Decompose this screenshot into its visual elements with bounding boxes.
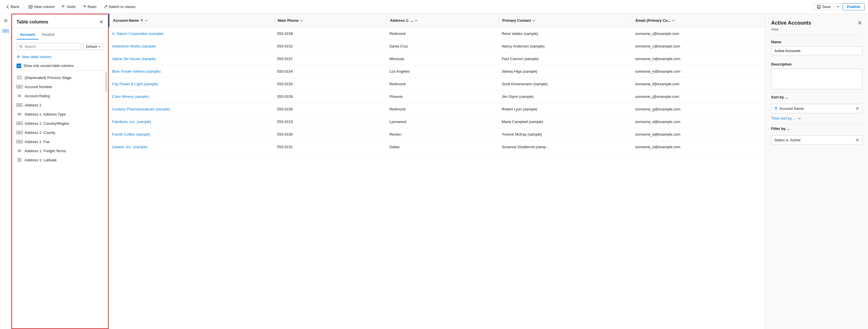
list-item[interactable]: Address 1: Freight Terms — [12, 146, 108, 155]
abc-col-icon: Abc — [17, 84, 22, 89]
sort-section: Sort by ... Account Name ✕ Then sort by … — [765, 93, 868, 124]
save-button[interactable]: Save — [814, 3, 834, 10]
filter-dropdown-icon[interactable] — [414, 19, 418, 22]
svg-rect-4 — [818, 5, 819, 6]
name-section: Name — [765, 35, 868, 57]
cell-account-name[interactable]: City Power & Light (sample) — [108, 78, 274, 90]
tab-account[interactable]: Account — [17, 30, 38, 39]
col-header-main-phone[interactable]: Main Phone — [274, 14, 387, 27]
undo-button[interactable]: Undo — [59, 3, 78, 10]
list-item[interactable]: (Deprecated) Process Stage — [12, 73, 108, 82]
panel-search — [17, 43, 81, 50]
cell-email: someone_d@example.com — [632, 116, 765, 128]
description-textarea[interactable] — [771, 68, 862, 89]
back-icon — [6, 5, 10, 9]
topbar-right: Save Publish — [814, 3, 865, 10]
cell-account-name[interactable]: A. Datum Corporation (sample) — [108, 27, 274, 40]
cell-email: someone_b@example.com — [632, 141, 765, 153]
cell-phone: 555-0157 — [274, 53, 386, 65]
cell-contact: Rene Valdes (sample) — [498, 27, 632, 40]
panel-title: Table columns — [17, 20, 48, 25]
right-panel: Active Accounts ✕ View Name Description … — [765, 14, 868, 329]
abc-button[interactable]: Abc — [1, 26, 10, 35]
tab-related[interactable]: Related — [38, 30, 58, 39]
cell-account-name[interactable]: Contoso Pharmaceuticals (sample) — [108, 103, 274, 115]
right-panel-close-button[interactable]: ✕ — [858, 20, 862, 26]
panel-close-button[interactable]: ✕ — [99, 19, 103, 25]
new-table-column-button[interactable]: New table column — [17, 54, 52, 60]
cell-contact: Sidney Higa (sample) — [498, 65, 632, 78]
cell-email: someone_a@example.com — [632, 128, 765, 140]
filter-tag-left: Status is 'Active' — [774, 138, 801, 142]
scrollbar-thumb[interactable] — [105, 72, 107, 92]
cell-address: Lynnwood — [386, 116, 498, 128]
back-button[interactable]: Back — [3, 3, 22, 10]
list-item[interactable]: Address 1: Latitude — [12, 155, 108, 165]
save-icon — [817, 5, 821, 9]
cell-address: Dallas — [386, 141, 498, 153]
name-input[interactable] — [771, 46, 862, 55]
list-item[interactable]: Abc Address 1: Fax — [12, 137, 108, 146]
list-item[interactable]: Abc Account Number — [12, 82, 108, 91]
list-item[interactable]: Account Rating — [12, 91, 108, 101]
sort-clear-button[interactable]: ✕ — [856, 106, 859, 111]
list-item[interactable]: Address 1: Address Type — [12, 110, 108, 119]
redo-button[interactable]: Redo — [80, 3, 99, 10]
then-sort-button[interactable]: Then sort by ... — [771, 115, 801, 121]
cell-account-name[interactable]: Fourth Coffee (sample) — [108, 128, 274, 140]
svg-rect-29 — [20, 160, 21, 162]
cell-account-name[interactable]: Coho Winery (sample) — [108, 90, 274, 103]
col-header-primary-contact[interactable]: Primary Contact — [499, 14, 632, 27]
col-header-account-name[interactable]: Account Name — [108, 14, 274, 27]
table-row: Fourth Coffee (sample) 555-0150 Renton Y… — [108, 128, 765, 141]
cell-email: someone_e@example.com — [632, 65, 765, 78]
filter-dropdown-icon[interactable] — [145, 19, 148, 22]
col-header-label: Account Name — [113, 18, 139, 23]
undo-icon — [61, 5, 65, 9]
cell-address: Missoula — [386, 53, 498, 65]
cell-contact: Maria Campbell (sample) — [498, 116, 632, 128]
search-input[interactable] — [24, 44, 79, 49]
filter-dropdown-icon[interactable] — [300, 19, 303, 22]
cell-contact: Scott Konersmann (sample) — [498, 78, 632, 90]
cell-account-name[interactable]: Alpine Ski House (sample) — [108, 53, 274, 65]
checkbox-check-icon — [18, 64, 20, 67]
filter-label: Filter by ... — [771, 127, 862, 133]
cell-account-name[interactable]: Adventure Works (sample) — [108, 40, 274, 52]
cell-phone: 555-0159 — [274, 90, 386, 103]
switch-classic-button[interactable]: Switch to classic — [101, 3, 138, 10]
list-item[interactable]: Abc Address 1: County — [12, 128, 108, 137]
column-item-label: Address 1: County — [25, 131, 55, 135]
default-dropdown[interactable]: Default — [84, 43, 103, 50]
abc-col-icon: Abc — [17, 130, 22, 135]
cell-address: Redmond — [386, 27, 498, 40]
cell-address: Redmond — [386, 103, 498, 115]
cell-contact: Susanna Stubberod (samp... — [498, 141, 632, 153]
list-item[interactable]: Abc Address 1 — [12, 101, 108, 110]
col-header-label: Email (Primary Co... — [636, 18, 671, 23]
col-header-address[interactable]: Address 1: ... — [386, 14, 499, 27]
list-item[interactable]: Abc Address 1: Country/Region — [12, 119, 108, 128]
abc-icon: Abc — [2, 29, 9, 33]
col-header-email[interactable]: Email (Primary Co... — [632, 14, 765, 27]
unused-checkbox[interactable] — [17, 63, 21, 68]
save-dropdown-button[interactable] — [835, 3, 841, 10]
cell-account-name[interactable]: Litware, Inc. (sample) — [108, 141, 274, 153]
hamburger-button[interactable] — [1, 16, 10, 25]
col-header-label: Primary Contact — [502, 18, 531, 23]
right-panel-title: Active Accounts — [771, 20, 811, 26]
column-item-label: Address 1: Freight Terms — [25, 149, 66, 153]
column-item-label: Address 1 — [25, 103, 41, 107]
filter-dropdown-icon[interactable] — [532, 19, 536, 22]
cell-account-name[interactable]: Fabrikam, Inc. (sample) — [108, 116, 274, 128]
filter-clear-button[interactable]: ✕ — [856, 137, 859, 143]
right-panel-subtitle: View — [765, 27, 868, 35]
main-layout: Abc Table columns ✕ Account Related Defa… — [0, 14, 868, 329]
view-column-button[interactable]: View column — [26, 3, 57, 10]
redo-icon — [82, 5, 86, 9]
cell-phone: 555-0152 — [274, 40, 386, 52]
unused-check-row: Show only unused table columns — [12, 62, 108, 71]
publish-button[interactable]: Publish — [843, 3, 865, 10]
cell-account-name[interactable]: Blue Yonder Airlines (sample) — [108, 65, 274, 78]
filter-dropdown-icon[interactable] — [672, 19, 675, 22]
